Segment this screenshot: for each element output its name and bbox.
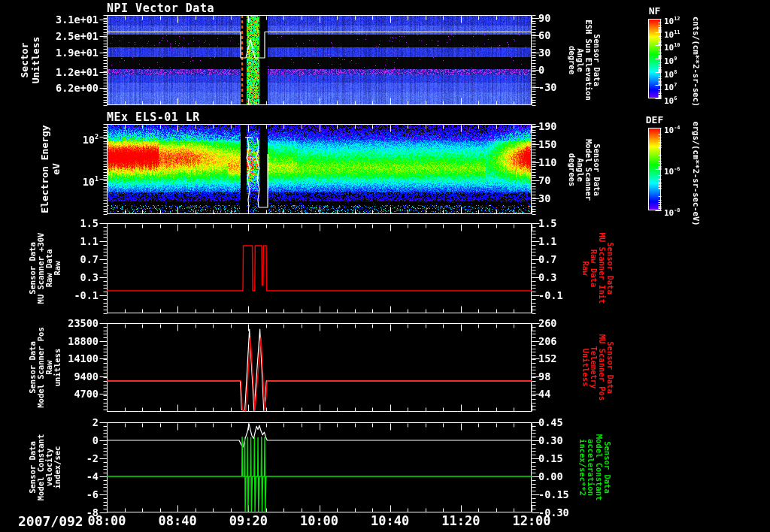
panel2-right-tick-1: 150 — [538, 138, 591, 150]
nf-colorbar-tick-1: 1011 — [664, 28, 702, 40]
panel4-left-tick-4: 4700 — [44, 388, 99, 400]
panel3-right-tick-0: 1.5 — [538, 217, 591, 229]
nf-colorbar-tick-6: 106 — [664, 94, 702, 106]
panel1-right-tick-3: 0 — [538, 64, 591, 76]
panel4-left-tick-2: 14100 — [44, 352, 99, 364]
panel4-left-tick-3: 9400 — [44, 370, 99, 382]
panel5-left-tick-3: -4 — [44, 470, 99, 482]
x-axis-tick-6: 12:00 — [496, 513, 568, 528]
panel1-left-tick-2: 1.9e+01 — [44, 47, 99, 59]
panel3-left-tick-4: -0.1 — [44, 289, 99, 301]
panel1-right-tick-4: -30 — [538, 81, 591, 93]
panel4-right-tick-4: 44 — [538, 388, 591, 400]
x-axis-tick-4: 10:40 — [354, 513, 426, 528]
panel2-title: MEx ELS-01 LR — [107, 110, 200, 124]
panel5-right-tick-4: -0.15 — [538, 488, 591, 500]
panel3-left-tick-0: 1.5 — [44, 217, 99, 229]
panel1-right-tick-0: 90 — [538, 12, 591, 24]
panel4-right-tick-1: 206 — [538, 335, 591, 347]
panel2-right-tick-2: 110 — [538, 156, 591, 168]
panel1-left-tick-3: 1.2e+01 — [44, 66, 99, 78]
panel1-right-tick-2: 30 — [538, 47, 591, 59]
def-colorbar-tick-0: 10-4 — [664, 123, 702, 135]
panel5-right-tick-2: 0.15 — [538, 452, 591, 464]
axes-and-traces-layer — [0, 0, 770, 532]
panel3-right-tick-1: 1.1 — [538, 235, 591, 247]
panel4-right-tick-0: 260 — [538, 317, 591, 329]
panel5-right-tick-3: 0.00 — [538, 470, 591, 482]
x-axis-tick-2: 09:20 — [212, 513, 284, 528]
panel4-right-tick-3: 98 — [538, 370, 591, 382]
panel4-right-tick-2: 152 — [538, 352, 591, 364]
panel3-left-tick-3: 0.3 — [44, 271, 99, 283]
nf-colorbar-tick-4: 108 — [664, 68, 702, 80]
panel3-right-tick-3: 0.3 — [538, 271, 591, 283]
panel2-right-tick-0: 190 — [538, 120, 591, 132]
nf-colorbar-tick-0: 1012 — [664, 14, 702, 26]
panel5-left-tick-4: -6 — [44, 488, 99, 500]
panel1-left-tick-1: 2.5e+01 — [44, 30, 99, 42]
plot-page: NPI Vector Data MEx ELS-01 LR Sector Uni… — [0, 0, 770, 532]
panel1-title: NPI Vector Data — [107, 2, 214, 15]
x-axis-tick-1: 08:40 — [141, 513, 214, 528]
x-axis-tick-3: 10:00 — [283, 513, 356, 528]
panel2-left-tick-1: 101 — [44, 173, 99, 188]
panel3-left-tick-2: 0.7 — [44, 253, 99, 265]
panel4-left-tick-0: 23500 — [44, 317, 99, 329]
date-label: 2007/092 — [18, 513, 83, 529]
nf-colorbar-tick-2: 1010 — [664, 41, 702, 53]
panel5-left-tick-0: 2 — [44, 416, 99, 428]
panel5-left-tick-2: -2 — [44, 452, 99, 464]
panel2-right-tick-4: 30 — [538, 192, 591, 204]
panel1-y-axis-label: Sector Unitless — [19, 37, 41, 84]
def-colorbar-tick-1: 10-6 — [664, 165, 702, 177]
nf-colorbar-tick-3: 109 — [664, 54, 702, 66]
panel2-right-tick-3: 70 — [538, 174, 591, 186]
nf-colorbar-tick-5: 107 — [664, 80, 702, 92]
panel3-right-tick-2: 0.7 — [538, 253, 591, 265]
panel4-left-tick-1: 18800 — [44, 335, 99, 347]
panel3-left-tick-1: 1.1 — [44, 235, 99, 247]
def-colorbar-tick-2: 10-8 — [664, 206, 702, 218]
panel1-right-tick-1: 60 — [538, 29, 591, 41]
x-axis-tick-5: 11:20 — [425, 513, 497, 528]
panel1-left-tick-4: 6.2e+00 — [44, 82, 99, 94]
panel5-left-tick-1: 0 — [44, 434, 99, 446]
panel5-right-tick-0: 0.45 — [538, 416, 591, 428]
panel3-right-tick-4: -0.1 — [538, 289, 591, 301]
panel5-right-tick-1: 0.30 — [538, 434, 591, 446]
panel2-left-tick-0: 102 — [44, 131, 99, 146]
panel1-left-tick-0: 3.1e+01 — [44, 14, 99, 26]
